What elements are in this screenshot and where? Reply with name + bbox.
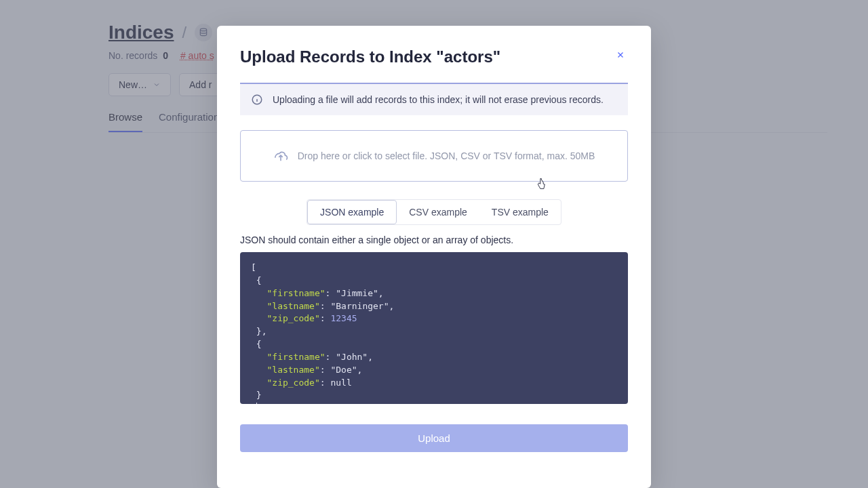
tab-json-example[interactable]: JSON example	[307, 200, 397, 224]
json-format-note: JSON should contain either a single obje…	[240, 235, 628, 245]
info-text: Uploading a file will add records to thi…	[273, 94, 604, 105]
tab-tsv-example[interactable]: TSV example	[479, 200, 561, 224]
info-banner: Uploading a file will add records to thi…	[240, 83, 628, 115]
upload-button[interactable]: Upload	[240, 424, 628, 452]
dropzone-text: Drop here or click to select file. JSON,…	[298, 150, 595, 161]
upload-modal: Upload Records to Index "actors" Uploadi…	[217, 26, 651, 488]
tab-csv-example[interactable]: CSV example	[397, 200, 479, 224]
example-format-tabs: JSON example CSV example TSV example	[240, 199, 628, 225]
modal-title: Upload Records to Index "actors"	[240, 47, 500, 66]
close-icon[interactable]	[613, 47, 628, 62]
upload-icon	[273, 148, 288, 163]
info-icon	[251, 94, 263, 106]
code-example: [ { "firstname": "Jimmie", "lastname": "…	[240, 252, 628, 404]
modal-overlay: Upload Records to Index "actors" Uploadi…	[0, 0, 868, 488]
file-dropzone[interactable]: Drop here or click to select file. JSON,…	[240, 130, 628, 182]
